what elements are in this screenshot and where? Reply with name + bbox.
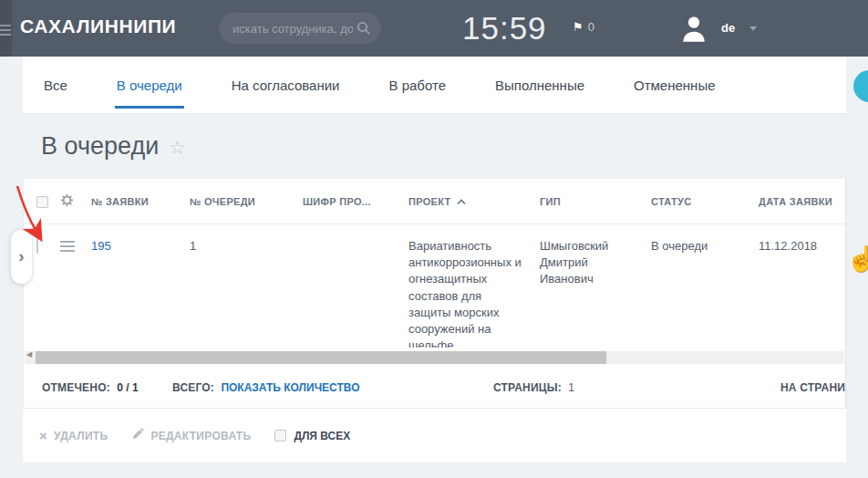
main-content: Все В очереди На согласовании В работе В…	[23, 57, 846, 462]
grid-header-row: № ЗАЯВКИ № ОЧЕРЕДИ ШИФР ПРО... ПРОЕКТ ГИ…	[24, 179, 845, 224]
edit-button[interactable]: РЕДАКТИРОВАТЬ	[131, 428, 251, 443]
flag-icon: ⚑	[573, 20, 584, 34]
delete-x-icon: ×	[39, 429, 47, 442]
tab-all[interactable]: Все	[44, 57, 67, 113]
chevron-right-icon: ›	[18, 246, 24, 266]
user-avatar-icon[interactable]	[679, 15, 708, 46]
cell-status: В очереди	[651, 238, 759, 255]
table-row: 195 1 Вариативность антикоррозионных и о…	[24, 224, 845, 348]
tab-in-progress[interactable]: В работе	[389, 57, 447, 113]
sidebar-expand-button[interactable]: ›	[11, 230, 32, 284]
grid-footer: ОТМЕЧЕНО: 0 / 1 ВСЕГО: ПОКАЗАТЬ КОЛИЧЕСТ…	[23, 367, 846, 409]
col-project[interactable]: ПРОЕКТ	[408, 196, 540, 207]
filter-tabbar: Все В очереди На согласовании В работе В…	[23, 57, 846, 114]
helper-bubble-button[interactable]	[853, 70, 868, 102]
delete-button[interactable]: × УДАЛИТЬ	[39, 429, 108, 442]
total-label: ВСЕГО:	[172, 381, 214, 394]
notification-count: 0	[588, 20, 594, 34]
mouse-cursor-icon: ☝	[846, 244, 868, 274]
title-row: В очереди ☆	[23, 114, 846, 179]
tab-cancelled[interactable]: Отмененные	[634, 57, 716, 113]
for-all-label: ДЛЯ ВСЕХ	[294, 430, 350, 442]
cell-queue-no: 1	[190, 238, 303, 255]
cell-project: Вариативность антикоррозионных и огнезащ…	[408, 238, 540, 354]
for-all-toggle[interactable]: ДЛЯ ВСЕХ	[274, 430, 350, 442]
horizontal-scroll-area: ◀	[24, 348, 845, 367]
col-status[interactable]: СТАТУС	[651, 196, 759, 207]
favorite-star-icon[interactable]: ☆	[169, 137, 186, 159]
col-request-no[interactable]: № ЗАЯВКИ	[91, 196, 190, 207]
menu-strip[interactable]	[0, 0, 12, 57]
for-all-checkbox[interactable]	[274, 430, 286, 442]
row-checkbox[interactable]	[36, 238, 38, 254]
tab-on-approval[interactable]: На согласовании	[232, 57, 340, 113]
cell-gip: Шмыговский Дмитрий Иванович	[540, 238, 651, 288]
user-menu[interactable]: de	[721, 21, 735, 35]
tab-in-queue[interactable]: В очереди	[117, 57, 182, 113]
sort-asc-icon	[457, 196, 466, 207]
action-bar: × УДАЛИТЬ РЕДАКТИРОВАТЬ ДЛЯ ВСЕХ	[23, 409, 846, 462]
col-request-date[interactable]: ДАТА ЗАЯВКИ	[759, 196, 845, 207]
grid-settings-gear-icon[interactable]	[60, 193, 74, 209]
top-header: САХАЛИННИПИ 15:59 ⚑0 de	[0, 0, 868, 57]
cell-request-date: 11.12.2018	[759, 238, 845, 255]
select-all-checkbox[interactable]	[36, 196, 48, 208]
notifications[interactable]: ⚑0	[573, 20, 594, 34]
checked-value: 0 / 1	[117, 381, 138, 394]
page-title: В очереди	[41, 132, 159, 161]
show-count-link[interactable]: ПОКАЗАТЬ КОЛИЧЕСТВО	[221, 381, 359, 394]
search-input[interactable]	[232, 13, 353, 44]
chevron-down-icon[interactable]	[749, 26, 757, 31]
brand-logo: САХАЛИННИПИ	[20, 16, 176, 37]
hamburger-icon[interactable]	[0, 22, 11, 38]
col-cipher[interactable]: ШИФР ПРО...	[303, 196, 408, 207]
request-link[interactable]: 195	[91, 239, 111, 253]
pages-label: СТРАНИЦЫ:	[493, 381, 562, 394]
pencil-icon	[131, 428, 144, 443]
search-icon[interactable]	[356, 21, 371, 39]
pages-value: 1	[568, 381, 574, 394]
checked-label: ОТМЕЧЕНО:	[42, 381, 110, 394]
per-page-label: НА СТРАНИЦ	[780, 381, 846, 394]
requests-grid: № ЗАЯВКИ № ОЧЕРЕДИ ШИФР ПРО... ПРОЕКТ ГИ…	[23, 179, 846, 367]
scrollbar-thumb[interactable]	[36, 351, 606, 364]
tab-completed[interactable]: Выполненные	[495, 57, 584, 113]
col-gip[interactable]: ГИП	[540, 196, 651, 207]
clock[interactable]: 15:59	[462, 10, 547, 47]
col-queue-no[interactable]: № ОЧЕРЕДИ	[190, 196, 303, 207]
row-menu-icon[interactable]	[60, 241, 77, 252]
global-search[interactable]	[219, 13, 381, 44]
